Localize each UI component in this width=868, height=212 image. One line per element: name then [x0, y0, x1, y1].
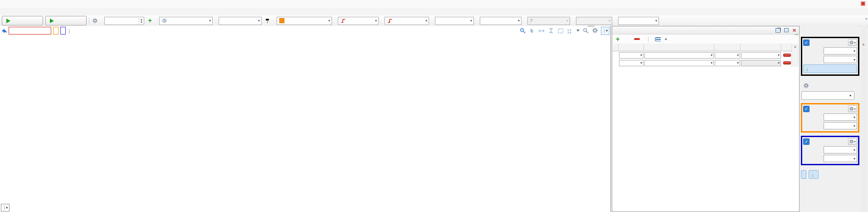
channel1-offset-dropdown[interactable]: [824, 113, 857, 121]
source-dropdown[interactable]: [277, 17, 332, 25]
level-dropdown[interactable]: [435, 17, 474, 25]
cursor1-delta-dropdown[interactable]: [741, 52, 781, 59]
cursor-table: [613, 44, 791, 67]
buffer-input[interactable]: [105, 18, 137, 24]
stepper-arrows-icon[interactable]: ▲▼: [139, 18, 144, 24]
down-arrow-icon: ↓: [806, 66, 809, 72]
add-channel-button[interactable]: [801, 91, 854, 100]
divider: [89, 17, 89, 25]
divider: |: [68, 28, 70, 34]
play-once-icon: [6, 19, 10, 23]
toolbar-overflow-icon[interactable]: ▾: [865, 17, 867, 21]
cursor2-ref-dropdown[interactable]: [715, 60, 740, 66]
column-header-delta: [741, 44, 781, 51]
column-header-position: [644, 44, 714, 51]
cursor1-position-dropdown[interactable]: [644, 52, 714, 59]
svg-text:3 4: 3 4: [567, 31, 571, 34]
hysteresis-dropdown[interactable]: [480, 17, 522, 25]
lcondition-dropdown: [527, 17, 570, 25]
float-panel-icon[interactable]: [775, 28, 781, 33]
sidebar-scrollbar[interactable]: ▲: [861, 26, 867, 212]
channel1-enable-checkbox[interactable]: ✓: [803, 106, 809, 112]
time-position-dropdown[interactable]: [824, 47, 857, 54]
time-base-dropdown[interactable]: [824, 56, 857, 63]
plot-header: | 1 23 4: [1, 26, 610, 35]
length-dropdown: [576, 17, 612, 25]
fit-screen-icon[interactable]: [557, 27, 565, 34]
condition-dropdown[interactable]: [385, 17, 429, 25]
buffer-gear-icon[interactable]: [92, 17, 98, 24]
y-cursors-title-bar[interactable]: ×: [612, 26, 799, 35]
acquisition-control-bar: ▲▼ +: [0, 15, 868, 26]
scope-plot-panel: | 1 23 4: [0, 26, 611, 212]
channel2-status-badge[interactable]: [60, 27, 66, 35]
holdoff-dropdown[interactable]: [618, 17, 659, 25]
mode-dropdown[interactable]: [159, 17, 213, 25]
multi-scale-icon[interactable]: 1 23 4: [566, 27, 574, 34]
channel2-settings-gear-icon[interactable]: [848, 138, 857, 145]
waveform-canvas[interactable]: [0, 26, 611, 212]
view-options-dropdown-icon[interactable]: [576, 27, 580, 34]
clear-icon: [634, 38, 640, 40]
time-settings-gear-icon[interactable]: [848, 39, 857, 46]
y-axis-dropdown[interactable]: [601, 27, 610, 35]
single-button[interactable]: [2, 16, 43, 25]
trigger-dropdown[interactable]: [219, 17, 262, 25]
pointer-icon[interactable]: [528, 27, 536, 34]
options-gear-icon: [804, 83, 809, 88]
source-hammer-icon[interactable]: [264, 17, 271, 24]
remove-cursor2-button[interactable]: [783, 61, 791, 64]
cursor2-channel-dropdown[interactable]: [619, 60, 644, 66]
channel2-range-dropdown[interactable]: [824, 155, 857, 162]
cursor2-position-dropdown[interactable]: [644, 60, 714, 66]
options-header[interactable]: [804, 83, 811, 88]
channel1-settings-gear-icon[interactable]: [848, 105, 857, 112]
column-header-channel: [619, 44, 644, 51]
scroll-up-icon[interactable]: ▲: [794, 44, 797, 67]
waveforms-scope-window: { "menu": {"items": ["File", "Control", …: [0, 0, 868, 212]
add-mode-icon[interactable]: +: [146, 17, 153, 24]
fit-height-icon[interactable]: [547, 27, 555, 34]
column-header: [781, 44, 792, 51]
filters-button[interactable]: [801, 170, 806, 179]
plot-settings-gear-icon[interactable]: [591, 27, 599, 34]
scroll-up-icon[interactable]: ▲: [862, 42, 865, 46]
view-tab-bar: [0, 8, 868, 16]
row-number: [613, 51, 619, 59]
down-arrow-icon: ↓: [811, 172, 814, 177]
cursor1-ref-dropdown[interactable]: [715, 52, 740, 59]
collapse-panel-icon[interactable]: →: [793, 30, 799, 37]
channel1-status-badge[interactable]: [53, 27, 59, 35]
channel2-group: ✓: [801, 136, 859, 165]
edge-type-icon: [341, 19, 346, 23]
buffer-stepper[interactable]: ▲▼: [104, 17, 144, 25]
maximize-panel-icon[interactable]: [783, 28, 789, 33]
type-dropdown[interactable]: [338, 17, 379, 25]
flag-icon: [530, 19, 534, 23]
rate-samples-button[interactable]: ↓: [803, 64, 857, 73]
x-axis-dropdown[interactable]: [1, 204, 10, 212]
cursor1-channel-dropdown[interactable]: [619, 52, 644, 59]
clear-cursors-button[interactable]: [634, 38, 642, 40]
remove-cursor1-button[interactable]: [783, 54, 791, 57]
table-scrollbar[interactable]: ▲: [791, 44, 799, 67]
y-cursors-toolbar: +: [612, 35, 799, 44]
y-cursors-panel: × +: [612, 26, 800, 212]
show-menu-button[interactable]: [655, 37, 667, 41]
add-normal-cursor-button[interactable]: +: [616, 37, 621, 42]
magnifier-icon[interactable]: [582, 27, 590, 34]
acquisition-status: [9, 27, 51, 35]
row-number: [613, 59, 619, 67]
fit-width-icon[interactable]: [538, 27, 546, 34]
channel1-color-swatch: [279, 18, 284, 23]
back-arrow-icon[interactable]: [1, 28, 7, 34]
list-icon: [655, 37, 661, 41]
wavegens-button[interactable]: ↓: [809, 170, 819, 179]
zoom-select-icon[interactable]: [519, 27, 527, 34]
run-button[interactable]: [45, 16, 87, 25]
channel2-offset-dropdown[interactable]: [824, 146, 857, 153]
channel1-range-dropdown[interactable]: [824, 122, 857, 129]
play-icon: [50, 19, 54, 23]
time-enable-checkbox[interactable]: ✓: [803, 39, 809, 46]
channel2-enable-checkbox[interactable]: ✓: [803, 138, 809, 145]
